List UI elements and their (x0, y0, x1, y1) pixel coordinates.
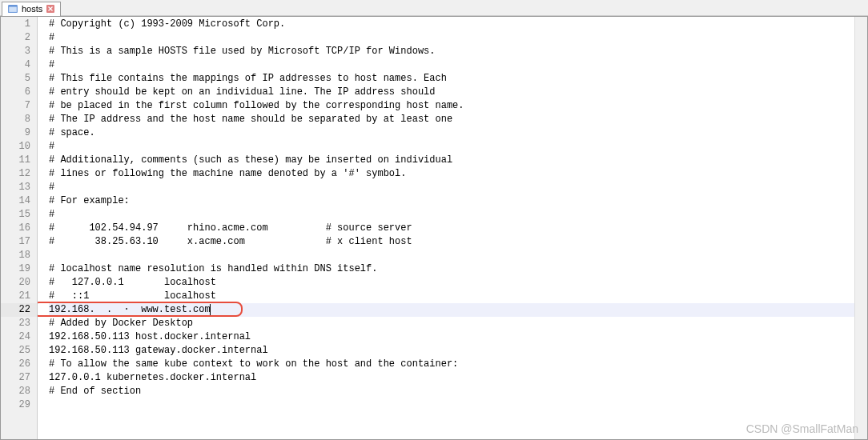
code-line[interactable] (49, 398, 854, 412)
line-number: 26 (1, 358, 37, 371)
code-line[interactable]: # This file contains the mappings of IP … (49, 72, 854, 86)
editor: 1234567891011121314151617181920212223242… (0, 16, 868, 440)
line-number: 14 (1, 194, 37, 208)
line-number: 8 (1, 113, 37, 126)
line-number: 28 (1, 385, 37, 398)
line-number: 24 (1, 330, 37, 344)
line-number: 29 (1, 398, 37, 412)
code-line[interactable]: # This is a sample HOSTS file used by Mi… (49, 45, 854, 58)
line-number: 1 (1, 18, 37, 31)
code-line[interactable]: # (49, 181, 854, 194)
code-line[interactable]: # End of section (49, 385, 854, 398)
code-line[interactable]: # The IP address and the host name shoul… (49, 113, 854, 126)
code-line[interactable]: # entry should be kept on an individual … (49, 86, 854, 99)
code-line[interactable]: # For example: (49, 194, 854, 208)
code-line[interactable]: # (49, 58, 854, 72)
code-line[interactable]: # Additionally, comments (such as these)… (49, 154, 854, 167)
code-line[interactable]: # (49, 31, 854, 45)
line-number: 4 (1, 58, 37, 72)
line-number: 22 (1, 303, 37, 317)
line-number-gutter: 1234567891011121314151617181920212223242… (1, 17, 38, 439)
file-tab[interactable]: hosts (2, 2, 61, 16)
line-number: 25 (1, 344, 37, 358)
text-cursor (210, 304, 211, 315)
line-number: 11 (1, 154, 37, 167)
line-number: 10 (1, 140, 37, 154)
line-number: 27 (1, 371, 37, 385)
code-line[interactable]: # 127.0.0.1 localhost (49, 276, 854, 290)
code-line[interactable] (49, 249, 854, 262)
code-line[interactable]: # (49, 140, 854, 154)
line-number: 5 (1, 72, 37, 86)
code-line[interactable]: 192.168. . · www.test.com (49, 303, 854, 317)
line-number: 9 (1, 126, 37, 140)
code-line[interactable]: # Copyright (c) 1993-2009 Microsoft Corp… (49, 18, 854, 31)
vertical-scrollbar[interactable] (854, 17, 867, 439)
code-line[interactable]: 127.0.0.1 kubernetes.docker.internal (49, 371, 854, 385)
code-line[interactable]: # space. (49, 126, 854, 140)
code-line[interactable]: # ::1 localhost (49, 290, 854, 303)
file-icon (7, 3, 18, 14)
line-number: 20 (1, 276, 37, 290)
line-number: 19 (1, 262, 37, 276)
code-line[interactable]: 192.168.50.113 host.docker.internal (49, 330, 854, 344)
tab-bar: hosts (0, 0, 868, 16)
code-line[interactable]: # lines or following the machine name de… (49, 167, 854, 181)
code-line[interactable]: # be placed in the first column followed… (49, 99, 854, 113)
code-line[interactable]: # 38.25.63.10 x.acme.com # x client host (49, 235, 854, 249)
line-number: 3 (1, 45, 37, 58)
line-number: 16 (1, 222, 37, 235)
line-number: 12 (1, 167, 37, 181)
tab-close-button[interactable] (46, 4, 55, 14)
code-line[interactable]: # Added by Docker Desktop (49, 317, 854, 330)
code-line[interactable]: # (49, 208, 854, 222)
code-line[interactable]: 192.168.50.113 gateway.docker.internal (49, 344, 854, 358)
code-area[interactable]: # Copyright (c) 1993-2009 Microsoft Corp… (38, 17, 854, 439)
line-number: 21 (1, 290, 37, 303)
line-number: 17 (1, 235, 37, 249)
code-line[interactable]: # To allow the same kube context to work… (49, 358, 854, 371)
line-number: 23 (1, 317, 37, 330)
line-number: 6 (1, 86, 37, 99)
svg-rect-1 (9, 6, 18, 12)
code-line[interactable]: # 102.54.94.97 rhino.acme.com # source s… (49, 222, 854, 235)
line-number: 13 (1, 181, 37, 194)
line-number: 18 (1, 249, 37, 262)
code-line[interactable]: # localhost name resolution is handled w… (49, 262, 854, 276)
line-number: 15 (1, 208, 37, 222)
line-number: 2 (1, 31, 37, 45)
line-number: 7 (1, 99, 37, 113)
tab-label: hosts (22, 4, 42, 14)
